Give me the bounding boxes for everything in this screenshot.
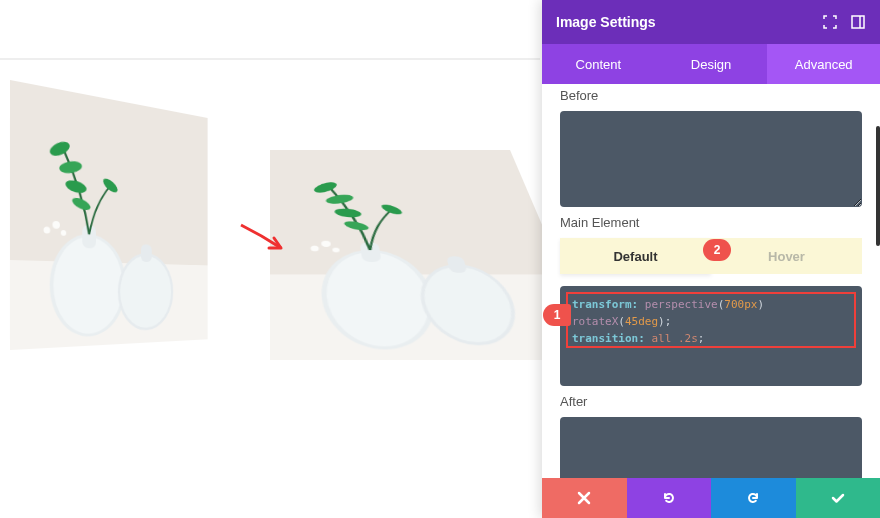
save-button[interactable]: [796, 478, 881, 518]
after-css-input[interactable]: [560, 417, 862, 478]
after-label: After: [560, 394, 862, 409]
close-icon: [577, 491, 591, 505]
annotation-arrow: [236, 220, 296, 260]
tab-advanced[interactable]: Advanced: [767, 44, 880, 84]
code-line-3: transition: all .2s;: [572, 330, 850, 347]
tab-content[interactable]: Content: [542, 44, 655, 84]
canvas-topbar: [0, 0, 540, 60]
settings-panel: Image Settings Content Design Advanced B…: [542, 0, 880, 518]
code-line-1: transform: perspective(700px): [572, 296, 850, 313]
tab-design[interactable]: Design: [655, 44, 768, 84]
callout-2: 2: [703, 239, 731, 261]
before-css-input[interactable]: [560, 111, 862, 207]
code-line-2: rotateX(45deg);: [572, 313, 850, 330]
redo-icon: [745, 490, 761, 506]
panel-tabs: Content Design Advanced: [542, 44, 880, 84]
scrollbar-thumb[interactable]: [876, 126, 880, 246]
panel-header: Image Settings: [542, 0, 880, 44]
subtab-hover[interactable]: Hover: [711, 238, 862, 274]
cancel-button[interactable]: [542, 478, 627, 518]
callout-1: 1: [543, 304, 571, 326]
svg-rect-32: [852, 16, 864, 28]
svg-rect-7: [141, 244, 152, 262]
before-label: Before: [560, 88, 862, 103]
preview-image-left[interactable]: [10, 80, 208, 350]
main-css-input[interactable]: transform: perspective(700px) rotateX(45…: [560, 286, 862, 386]
subtab-default[interactable]: Default: [560, 238, 711, 274]
panel-actions: [542, 478, 880, 518]
vases-graphic-left: [10, 80, 208, 350]
panel-title: Image Settings: [556, 14, 810, 30]
expand-icon[interactable]: [850, 14, 866, 30]
main-element-label: Main Element: [560, 215, 862, 230]
redo-button[interactable]: [711, 478, 796, 518]
undo-button[interactable]: [627, 478, 712, 518]
undo-icon: [661, 490, 677, 506]
editor-canvas: [0, 0, 540, 518]
panel-body[interactable]: Before Main Element Default Hover 1 2 tr…: [542, 84, 880, 478]
preview-area: [10, 80, 530, 500]
check-icon: [830, 490, 846, 506]
focus-icon[interactable]: [822, 14, 838, 30]
main-css-wrapper: 1 2 transform: perspective(700px) rotate…: [560, 286, 862, 386]
